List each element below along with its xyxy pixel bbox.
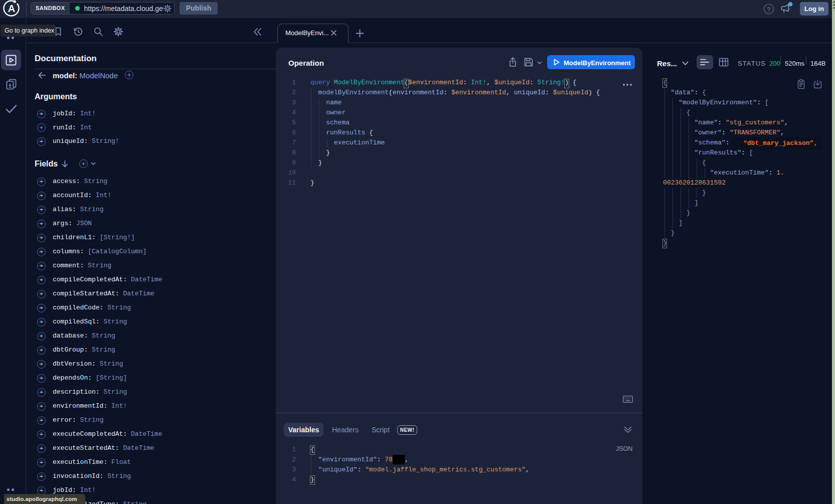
svg-text:?: ?	[767, 6, 771, 13]
svg-text:A: A	[8, 3, 15, 14]
